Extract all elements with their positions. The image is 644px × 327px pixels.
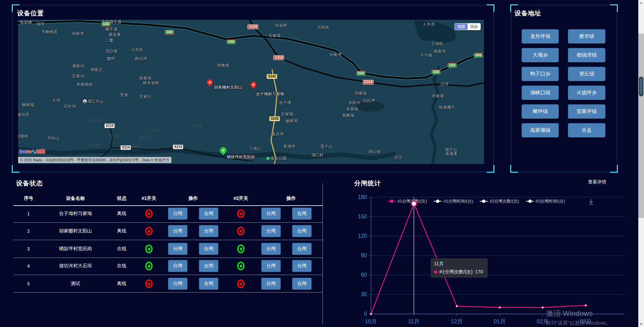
baidu-map[interactable]: 笔架槽洞坪天鹅抱蛋胡家湾高家堰互通梅子溪紫金寨二墩流沙坡沁水坝腰坪跑马坪渡家沟邓… [18, 20, 484, 164]
road-shield: G50 [357, 71, 366, 76]
open-switch2-button[interactable]: 分闸 [261, 243, 281, 255]
scrollbar-down-arrow[interactable]: ▼ [638, 322, 644, 327]
corner-bracket [12, 165, 19, 173]
address-button[interactable]: 高家堰镇 [522, 123, 559, 138]
address-button[interactable]: 龙舟坪镇 [522, 29, 559, 44]
map-place-label: 天柱山 [47, 135, 59, 141]
road-shield: G50 [448, 63, 457, 68]
row-separator [13, 222, 323, 223]
map-place-label: 熊家垴 [139, 135, 151, 141]
open-switch2-button[interactable]: 分闸 [261, 278, 281, 290]
close-switch2-button[interactable]: 合闸 [292, 278, 312, 290]
svg-text:60: 60 [361, 272, 367, 278]
map-place-label: 天鹅抱蛋 [41, 29, 57, 35]
scrollbar-thumb[interactable] [638, 34, 644, 218]
close-switch2-button[interactable]: 合闸 [292, 225, 312, 237]
open-switch2-button[interactable]: 分闸 [261, 225, 281, 237]
table-header: 状态 [117, 196, 126, 202]
svg-text:30: 30 [361, 291, 367, 297]
map-place-label: 官庄 [394, 155, 402, 161]
legend-item[interactable]: #1分闸时间/(分) [434, 199, 473, 204]
switch-indicator-on [145, 262, 153, 270]
close-switch1-button[interactable]: 合闸 [199, 208, 218, 220]
open-switch1-button[interactable]: 分闸 [168, 225, 187, 237]
row-index: 3 [27, 246, 30, 252]
open-switch1-button[interactable]: 分闸 [168, 243, 187, 255]
map-place-label: 紫金寨 [109, 32, 121, 38]
legend-marker [526, 200, 534, 203]
device-address-panel: 设备地址 龙舟坪镇磨市镇大堰乡都镇湾镇鸭子口乡资丘镇渔峡口镇火烧坪乡榔坪镇贺家坪… [511, 5, 617, 172]
legend-item[interactable]: #2分闸次数/(次) [480, 199, 519, 204]
row-index: 4 [27, 263, 30, 269]
map-roads [18, 20, 484, 164]
address-button[interactable]: 大堰乡 [522, 48, 559, 62]
open-switch1-button[interactable]: 分闸 [168, 260, 187, 272]
legend-marker [434, 200, 442, 203]
map-place-label: 螺沟湾 [18, 112, 29, 118]
map-place-label: 邓家庄 [90, 67, 102, 73]
map-place-label: 合子垭 [279, 100, 291, 106]
map-place-label: 官家冲 [72, 73, 84, 79]
table-header: 操作 [189, 196, 198, 202]
close-switch2-button[interactable]: 合闸 [292, 208, 312, 220]
svg-text:150: 150 [358, 214, 367, 219]
road-shield: G318 [248, 24, 258, 29]
address-button[interactable]: 火烧坪乡 [568, 86, 605, 100]
road-shield: G50 [227, 40, 236, 44]
corner-bracket [487, 4, 494, 12]
map-place-label: 大湾 [52, 98, 60, 104]
legend-item[interactable]: #2分闸时间/(分) [526, 199, 565, 204]
close-switch2-button[interactable]: 合闸 [292, 260, 312, 272]
device-name: 合子坳村习家坳 [59, 211, 92, 217]
address-button[interactable]: 资丘镇 [568, 67, 605, 81]
corner-bracket [610, 4, 618, 12]
open-switch1-button[interactable]: 分闸 [168, 278, 187, 290]
map-panel-title: 设备位置 [17, 9, 44, 18]
map-place-label: 彭家垴 [281, 111, 293, 117]
table-header: #2开关 [233, 196, 248, 202]
view-details-link[interactable]: 查看详情 [588, 179, 606, 185]
download-icon[interactable] [588, 199, 594, 207]
open-switch2-button[interactable]: 分闸 [261, 208, 281, 220]
map-attribution: © 2021 Baidu - GS(2019)5218号 - 甲测资字11009… [18, 157, 171, 163]
row-separator [13, 240, 323, 240]
map-place-label: 方家台 [139, 94, 151, 100]
scrollbar-up-arrow[interactable]: ▲ [638, 0, 644, 5]
device-status: 离线 [117, 281, 126, 287]
address-button[interactable]: 都镇湾镇 [568, 48, 605, 62]
close-switch1-button[interactable]: 合闸 [199, 278, 218, 290]
address-button[interactable]: 渔峡口镇 [522, 86, 559, 100]
close-switch1-button[interactable]: 合闸 [199, 225, 218, 237]
address-button[interactable]: 榔坪镇 [522, 104, 559, 119]
open-switch2-button[interactable]: 分闸 [261, 260, 281, 272]
address-button[interactable]: 贺家坪镇 [568, 104, 605, 119]
close-switch1-button[interactable]: 合闸 [199, 260, 218, 272]
table-header: #1开关 [142, 196, 156, 202]
close-switch1-button[interactable]: 合闸 [199, 243, 218, 255]
close-switch2-button[interactable]: 合闸 [292, 243, 312, 255]
map-place-label: 人字山 [107, 133, 119, 139]
device-status: 在线 [117, 246, 126, 252]
map-place-label: 贯坡 [120, 92, 128, 98]
row-separator [13, 275, 323, 275]
status-section-title: 设备状态 [16, 179, 43, 188]
open-switch1-button[interactable]: 分闸 [168, 208, 187, 220]
chart-section-title: 分闸统计 [354, 179, 381, 188]
legend-item[interactable]: #1分闸次数/(次) [388, 199, 427, 204]
map-type-hybrid-button[interactable]: 混合 [468, 23, 480, 30]
address-button[interactable]: 磨市镇 [568, 29, 605, 44]
map-place-label: 刘家垴 [355, 91, 367, 96]
legend-label: #2分闸时间/(分) [536, 199, 565, 204]
map-place-label: 龙舟坪 [272, 131, 284, 137]
legend-label: #2分闸次数/(次) [489, 199, 519, 204]
corner-bracket [510, 165, 518, 173]
address-button[interactable]: 鸭子口乡 [522, 67, 559, 81]
svg-text:10月: 10月 [365, 318, 377, 325]
address-button[interactable]: 全县 [568, 123, 605, 138]
map-place-label: 下渔口 [249, 146, 261, 152]
road-shield: G318 [363, 80, 374, 85]
map-type-map-button[interactable]: 地图 [455, 23, 468, 30]
map-place-label: 人手湾 [423, 22, 435, 28]
device-status-table: 序号设备名称状态#1开关操作#2开关操作1合子坳村习家坳离线分闸合闸分闸合闸2胡… [13, 193, 323, 297]
switch-indicator-off [145, 209, 153, 218]
